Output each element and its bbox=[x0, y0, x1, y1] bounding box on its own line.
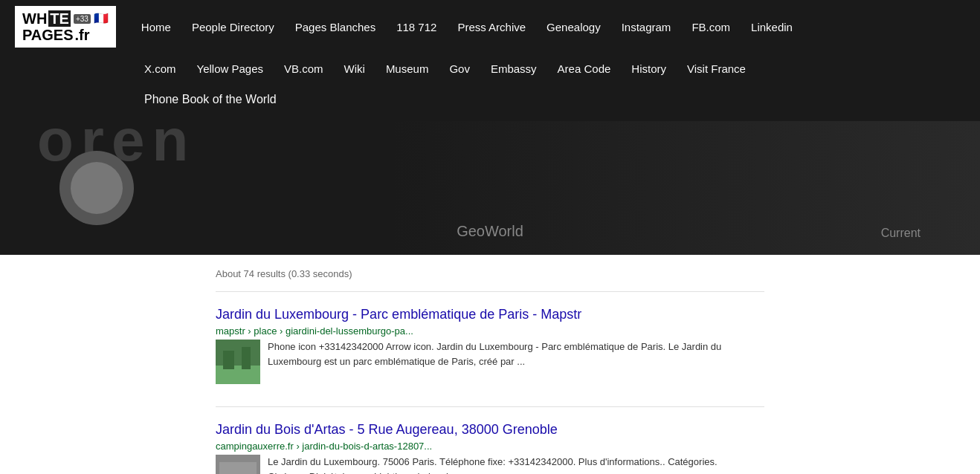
result-thumb-2 bbox=[216, 455, 260, 474]
result-body-1: Phone icon +33142342000 Arrow icon. Jard… bbox=[216, 340, 751, 384]
results-divider bbox=[216, 291, 764, 292]
nav-museum[interactable]: Museum bbox=[375, 56, 439, 81]
main-content: About 74 results (0.33 seconds) Jardin d… bbox=[0, 255, 980, 474]
result-url-2: campingauxerre.fr › jardin-du-bois-d-art… bbox=[216, 441, 751, 452]
nav-links-row2: X.com Yellow Pages VB.com Wiki Museum Go… bbox=[134, 56, 756, 81]
nav-people-directory[interactable]: People Directory bbox=[181, 15, 285, 39]
result-thumb-1 bbox=[216, 340, 260, 384]
result-snippet-2: Le Jardin du Luxembourg. 75006 Paris. Té… bbox=[268, 455, 751, 474]
nav-vbcom[interactable]: VB.com bbox=[274, 56, 334, 81]
logo-area[interactable]: WHTE +33 🇫🇷 PAGES.fr bbox=[15, 6, 116, 48]
svg-rect-2 bbox=[223, 351, 234, 369]
geo-world-label: GeoWorld bbox=[457, 223, 523, 240]
hero-bg: oren GeoWorld Current bbox=[0, 121, 980, 255]
nav-instagram[interactable]: Instagram bbox=[611, 15, 682, 39]
nav-118712[interactable]: 118 712 bbox=[386, 15, 447, 39]
nav-fbcom[interactable]: FB.com bbox=[681, 15, 741, 39]
nav-pages-blanches[interactable]: Pages Blanches bbox=[285, 15, 386, 39]
nav-row-1: WHTE +33 🇫🇷 PAGES.fr Home People Directo… bbox=[0, 0, 980, 53]
hero-avatar bbox=[59, 151, 134, 225]
svg-rect-1 bbox=[216, 366, 260, 384]
nav-visit-france[interactable]: Visit France bbox=[677, 56, 756, 81]
result-title-2[interactable]: Jardin du Bois d'Artas - 5 Rue Augereau,… bbox=[216, 422, 751, 438]
svg-rect-3 bbox=[242, 347, 251, 369]
nav-yellow-pages[interactable]: Yellow Pages bbox=[187, 56, 274, 81]
result-title-1[interactable]: Jardin du Luxembourg - Parc emblématique… bbox=[216, 307, 751, 322]
nav-area-code[interactable]: Area Code bbox=[547, 56, 622, 81]
svg-rect-6 bbox=[219, 462, 257, 474]
nav-row-3: Phone Book of the World bbox=[0, 84, 980, 121]
nav-embassy[interactable]: Embassy bbox=[480, 56, 547, 81]
nav-history[interactable]: History bbox=[621, 56, 677, 81]
nav-row-2: X.com Yellow Pages VB.com Wiki Museum Go… bbox=[0, 53, 980, 84]
nav-links-row1: Home People Directory Pages Blanches 118… bbox=[131, 15, 803, 39]
nav-xcom[interactable]: X.com bbox=[134, 56, 187, 81]
results-summary: About 74 results (0.33 seconds) bbox=[216, 262, 764, 279]
search-result-2: Jardin du Bois d'Artas - 5 Rue Augereau,… bbox=[216, 422, 751, 474]
search-result-1: Jardin du Luxembourg - Parc emblématique… bbox=[216, 307, 751, 384]
nav-home[interactable]: Home bbox=[131, 15, 181, 39]
header: WHTE +33 🇫🇷 PAGES.fr Home People Directo… bbox=[0, 0, 980, 121]
nav-linkedin[interactable]: Linkedin bbox=[741, 15, 803, 39]
nav-press-archive[interactable]: Press Archive bbox=[447, 15, 536, 39]
hero-area: oren GeoWorld Current bbox=[0, 121, 980, 255]
result-url-1: mapstr › place › giardini-del-lussemburg… bbox=[216, 325, 751, 337]
result-snippet-1: Phone icon +33142342000 Arrow icon. Jard… bbox=[268, 340, 751, 369]
nav-phone-book-world[interactable]: Phone Book of the World bbox=[134, 87, 287, 112]
nav-links-row3: Phone Book of the World bbox=[134, 87, 287, 112]
nav-gov[interactable]: Gov bbox=[439, 56, 480, 81]
nav-wiki[interactable]: Wiki bbox=[334, 56, 375, 81]
current-label: Current bbox=[881, 227, 921, 240]
result-body-2: Le Jardin du Luxembourg. 75006 Paris. Té… bbox=[216, 455, 751, 474]
nav-genealogy[interactable]: Genealogy bbox=[536, 15, 611, 39]
logo-box: WHTE +33 🇫🇷 PAGES.fr bbox=[15, 6, 116, 48]
results-divider-2 bbox=[216, 406, 764, 407]
